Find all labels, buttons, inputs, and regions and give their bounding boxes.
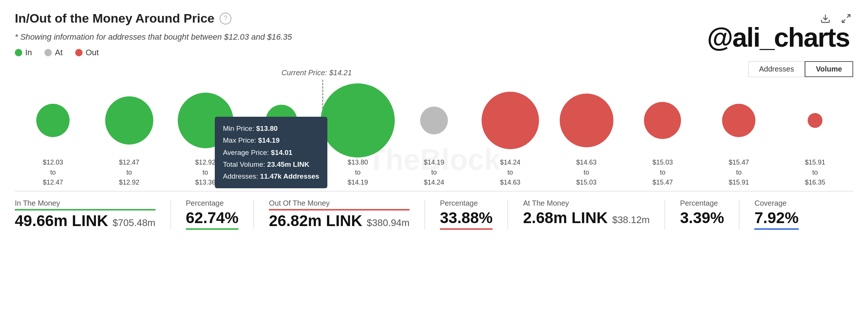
bubble-5 xyxy=(321,83,395,158)
at-the-money-sub: $38.12m xyxy=(612,214,650,226)
bubble-9 xyxy=(644,102,681,139)
tooltip-addresses: Addresses: 11.47k Addresses xyxy=(223,170,319,182)
at-percentage-value: 3.39% xyxy=(680,209,724,227)
bubble-col-1 xyxy=(15,83,91,158)
addresses-toggle[interactable]: Addresses xyxy=(748,61,805,77)
out-percentage-label: Percentage xyxy=(440,199,493,208)
current-price-label: Current Price: $14.21 xyxy=(281,69,352,77)
bubble-7 xyxy=(481,92,539,149)
price-label-9: $15.03 to $15.47 xyxy=(625,158,701,187)
price-label-6: $14.19 to $14.24 xyxy=(396,158,472,187)
divider-3 xyxy=(424,200,425,229)
bubble-col-9 xyxy=(625,83,701,158)
out-percentage-value: 33.88% xyxy=(440,209,493,230)
bubble-col-10 xyxy=(701,83,777,158)
bubble-10 xyxy=(722,104,755,137)
legend-out-label: Out xyxy=(86,48,99,57)
legend-at-dot xyxy=(44,49,52,56)
bubble-col-11 xyxy=(777,83,853,158)
in-percentage-label: Percentage xyxy=(186,199,238,208)
out-the-money-sub: $380.94m xyxy=(367,217,410,229)
price-label-10: $15.47 to $15.91 xyxy=(701,158,777,187)
price-label-7: $14.24 to $14.63 xyxy=(472,158,548,187)
price-label-11: $15.91 to $16.35 xyxy=(777,158,853,187)
out-the-money-label: Out Of The Money xyxy=(269,199,410,210)
at-percentage-label: Percentage xyxy=(680,199,724,208)
in-the-money-block: In The Money 49.66m LINK $705.48m xyxy=(15,199,170,230)
legend-in: In xyxy=(15,48,32,57)
coverage-label: Coverage xyxy=(754,199,798,208)
at-the-money-label: At The Money xyxy=(523,199,650,208)
stats-row: In The Money 49.66m LINK $705.48m Percen… xyxy=(15,191,853,230)
bubble-6 xyxy=(420,107,448,135)
legend-at: At xyxy=(44,48,63,57)
legend-in-dot xyxy=(15,49,22,56)
in-the-money-sub: $705.48m xyxy=(113,217,156,229)
legend-in-label: In xyxy=(25,48,32,57)
tooltip-max: Max Price: $14.19 xyxy=(223,135,319,146)
price-label-1: $12.03 to $12.47 xyxy=(15,158,91,187)
legend-out-dot xyxy=(75,49,83,56)
divider-4 xyxy=(507,200,508,229)
divider-1 xyxy=(170,200,171,229)
tooltip-avg: Average Price: $14.01 xyxy=(223,147,319,159)
toggle-buttons: Addresses Volume xyxy=(748,61,853,77)
out-the-money-value: 26.82m LINK xyxy=(269,212,362,230)
help-icon[interactable]: ? xyxy=(220,13,231,24)
in-percentage-block: Percentage 62.74% xyxy=(186,199,253,230)
at-the-money-block: At The Money 2.68m LINK $38.12m xyxy=(523,199,664,227)
legend-at-label: At xyxy=(55,48,63,57)
coverage-value: 7.92% xyxy=(754,209,798,230)
in-the-money-label: In The Money xyxy=(15,199,156,210)
chart-area: Addresses Volume Current Price: $14.21 T… xyxy=(15,69,853,187)
price-label-8: $14.63 to $15.03 xyxy=(548,158,625,187)
bubbles-row xyxy=(15,83,853,158)
in-the-money-value: 49.66m LINK xyxy=(15,212,108,230)
bubble-2 xyxy=(105,96,153,145)
tooltip-volume: Total Volume: 23.45m LINK xyxy=(223,159,319,170)
bubble-col-6 xyxy=(396,83,472,158)
at-percentage-block: Percentage 3.39% xyxy=(680,199,739,227)
svg-line-1 xyxy=(847,14,850,17)
out-percentage-block: Percentage 33.88% xyxy=(440,199,507,230)
chart-title: In/Out of the Money Around Price xyxy=(15,11,214,26)
price-label-5: $13.80 to $14.19 xyxy=(320,158,396,187)
bubble-col-2 xyxy=(91,83,167,158)
watermark: @ali_charts xyxy=(707,22,849,53)
bubble-col-7 xyxy=(472,83,548,158)
out-the-money-block: Out Of The Money 26.82m LINK $380.94m xyxy=(269,199,424,230)
tooltip-min: Min Price: $13.80 xyxy=(223,123,319,135)
volume-toggle[interactable]: Volume xyxy=(805,61,853,77)
bubble-8 xyxy=(560,94,613,147)
in-percentage-value: 62.74% xyxy=(186,209,238,230)
bubble-col-5 xyxy=(320,83,396,158)
bubble-1 xyxy=(36,104,70,137)
coverage-block: Coverage 7.92% xyxy=(754,199,813,230)
divider-5 xyxy=(664,200,665,229)
divider-6 xyxy=(739,200,740,229)
bubble-11 xyxy=(808,113,822,128)
divider-2 xyxy=(253,200,254,229)
at-the-money-value: 2.68m LINK xyxy=(523,209,608,227)
price-labels: $12.03 to $12.47 $12.47 to $12.92 $12.92… xyxy=(15,158,853,187)
bubble-tooltip: Min Price: $13.80 Max Price: $14.19 Aver… xyxy=(215,117,327,188)
legend-out: Out xyxy=(75,48,99,57)
svg-line-2 xyxy=(842,19,845,22)
price-label-2: $12.47 to $12.92 xyxy=(91,158,167,187)
bubble-col-8 xyxy=(548,83,625,158)
